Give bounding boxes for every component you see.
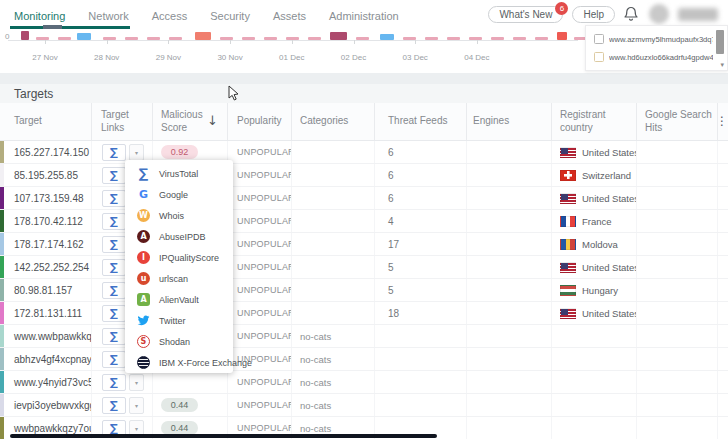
col-header-target-links[interactable]: Target Links — [92, 103, 153, 140]
watchlist-item[interactable]: www.hd6uzxlo66kadrfu4gpdw4tvn.com — [594, 48, 713, 66]
col-header-registrant-country[interactable]: Registrant country — [552, 103, 637, 140]
target-cell[interactable]: www.wwbpawkkqzy... — [14, 331, 92, 342]
link-menu-item-label: Shodan — [159, 337, 190, 347]
table-row: 172.81.131.111∑▾UNPOPULAR18United States — [0, 302, 728, 325]
domain-watchlist-panel: www.azmvmy5lhmudpaufx3dq7wp.comwww.hd6uz… — [585, 25, 728, 71]
col-header-threat-feeds[interactable]: Threat Feeds — [375, 103, 467, 140]
target-links-button[interactable]: ∑ — [102, 190, 126, 207]
sort-descending-icon[interactable]: ↓ — [207, 113, 218, 129]
engines-cell — [467, 325, 552, 347]
link-menu-item-ibm-xforce[interactable]: IBM X-Force Exchange — [125, 352, 233, 373]
target-cell[interactable]: wwbpawkkqzy7ouop... — [14, 423, 92, 434]
row-color-indicator — [0, 256, 4, 278]
target-links-button[interactable]: ∑ — [102, 374, 126, 391]
col-header-threat-feeds-label: Threat Feeds — [388, 115, 447, 128]
table-row: ievpi3oyebwvxkggwr...∑▾0.44UNPOPULARno-c… — [0, 394, 728, 417]
nav-tab-monitoring[interactable]: Monitoring — [14, 6, 65, 22]
link-menu-item-shodan[interactable]: Shodan — [125, 331, 233, 352]
watchlist-checkbox[interactable] — [594, 34, 604, 44]
target-cell[interactable]: 80.98.81.157 — [14, 285, 72, 296]
col-header-google-search-hits[interactable]: Google Search Hits — [637, 103, 718, 140]
target-cell[interactable]: 178.170.42.112 — [14, 216, 83, 227]
link-menu-item-twitter[interactable]: Twitter — [125, 310, 233, 331]
row-color-indicator — [0, 141, 4, 163]
link-menu-item-label: AbuseIPDB — [159, 232, 206, 242]
target-links-button[interactable]: ∑ — [102, 397, 126, 414]
target-cell[interactable]: ievpi3oyebwvxkggwr... — [14, 400, 92, 411]
watchlist-domain-label: www.azmvmy5lhmudpaufx3dq7wp.com — [609, 35, 713, 44]
table-options-kebab-icon[interactable]: ⋮ — [716, 114, 728, 129]
target-links-button[interactable]: ∑ — [102, 351, 126, 368]
link-menu-item-urlscan[interactable]: urlscan — [125, 268, 233, 289]
target-cell[interactable]: abhzv4gf4xcpnayes... — [14, 354, 92, 365]
col-header-categories[interactable]: Categories — [292, 103, 375, 140]
mouse-cursor — [228, 85, 240, 106]
watchlist-scrollbar-thumb[interactable] — [716, 30, 724, 54]
watchlist-scroll-down-icon[interactable]: ▾ — [720, 61, 724, 68]
target-links-button[interactable]: ∑ — [102, 328, 126, 345]
timeline-tick — [168, 40, 169, 44]
target-cell[interactable]: www.y4nyid73vc5ym... — [14, 377, 92, 388]
target-links-button[interactable]: ∑ — [102, 282, 126, 299]
notifications-bell-icon[interactable] — [624, 6, 640, 22]
link-menu-item-whois[interactable]: Whois — [125, 205, 233, 226]
target-cell[interactable]: 178.17.174.162 — [14, 239, 84, 250]
target-cell[interactable]: 172.81.131.111 — [14, 308, 82, 319]
target-links-button[interactable]: ∑ — [102, 236, 126, 253]
target-links-dropdown-button[interactable]: ▾ — [129, 144, 144, 161]
col-header-engines-label: Engines — [473, 115, 509, 128]
popularity-cell: UNPOPULAR — [228, 400, 292, 410]
registrant-country-cell: Hungary — [552, 285, 618, 296]
target-cell[interactable]: 85.195.255.85 — [14, 170, 78, 181]
threat-feeds-cell: 4 — [375, 216, 394, 227]
link-menu-item-ipqualityscore[interactable]: IPQualityScore — [125, 247, 233, 268]
popularity-cell: UNPOPULAR — [228, 239, 292, 249]
target-links-dropdown-button[interactable]: ▾ — [129, 397, 144, 414]
nav-tabs: MonitoringNetworkAccessSecurityAssetsAdm… — [14, 6, 399, 22]
nav-tab-network[interactable]: Network — [88, 6, 128, 22]
target-links-button[interactable]: ∑ — [102, 144, 126, 161]
nav-tab-access[interactable]: Access — [152, 6, 187, 22]
timeline-bar — [469, 37, 482, 40]
ibm-xforce-icon — [137, 356, 150, 369]
target-links-button[interactable]: ∑ — [102, 305, 126, 322]
target-cell[interactable]: 107.173.159.48 — [14, 193, 84, 204]
watchlist-checkbox[interactable] — [594, 52, 604, 62]
target-links-button[interactable]: ∑ — [102, 167, 126, 184]
link-menu-item-google[interactable]: Google — [125, 184, 233, 205]
virustotal-sigma-icon: ∑ — [110, 170, 118, 181]
target-links-button[interactable]: ∑ — [102, 259, 126, 276]
link-menu-item-abuseipdb[interactable]: AbuseIPDB — [125, 226, 233, 247]
popularity-cell: UNPOPULAR — [228, 262, 292, 272]
user-avatar[interactable] — [649, 4, 669, 24]
help-button[interactable]: Help — [572, 6, 615, 23]
row-color-indicator — [0, 302, 4, 324]
target-cell[interactable]: 165.227.174.150 — [14, 147, 89, 158]
link-menu-item-virustotal[interactable]: VirusTotal — [125, 163, 233, 184]
col-header-google-search-hits-label: Google Search Hits — [645, 109, 717, 134]
watchlist-rows: www.azmvmy5lhmudpaufx3dq7wp.comwww.hd6uz… — [594, 30, 713, 66]
target-cell[interactable]: 142.252.252.254 — [14, 262, 89, 273]
col-header-target[interactable]: Target — [0, 103, 92, 140]
target-links-dropdown-button[interactable]: ▾ — [129, 374, 144, 391]
registrant-country-cell: Moldova — [552, 239, 618, 250]
nav-tab-administration[interactable]: Administration — [329, 6, 399, 22]
whats-new-button[interactable]: What's New 6 — [488, 6, 563, 23]
col-header-popularity[interactable]: Popularity — [228, 103, 292, 140]
timeline-bar — [535, 37, 548, 40]
nav-tab-assets[interactable]: Assets — [273, 6, 306, 22]
col-header-target-links-label: Target Links — [101, 109, 152, 134]
country-flag-us-icon — [560, 262, 576, 273]
country-flag-us-icon — [560, 308, 576, 319]
nav-tab-security[interactable]: Security — [210, 6, 250, 22]
page-title: Targets — [14, 87, 53, 101]
engines-cell — [467, 187, 552, 209]
categories-cell: no-cats — [292, 354, 331, 365]
link-menu-item-alienvault[interactable]: AlienVault — [125, 289, 233, 310]
target-links-button[interactable]: ∑ — [102, 213, 126, 230]
col-header-engines[interactable]: Engines — [467, 103, 552, 140]
col-header-malicious-score[interactable]: Malicious Score↓ — [153, 103, 228, 140]
watchlist-item[interactable]: www.azmvmy5lhmudpaufx3dq7wp.com — [594, 30, 713, 48]
timeline-bar — [264, 37, 277, 40]
google-search-hits-cell — [637, 141, 718, 163]
